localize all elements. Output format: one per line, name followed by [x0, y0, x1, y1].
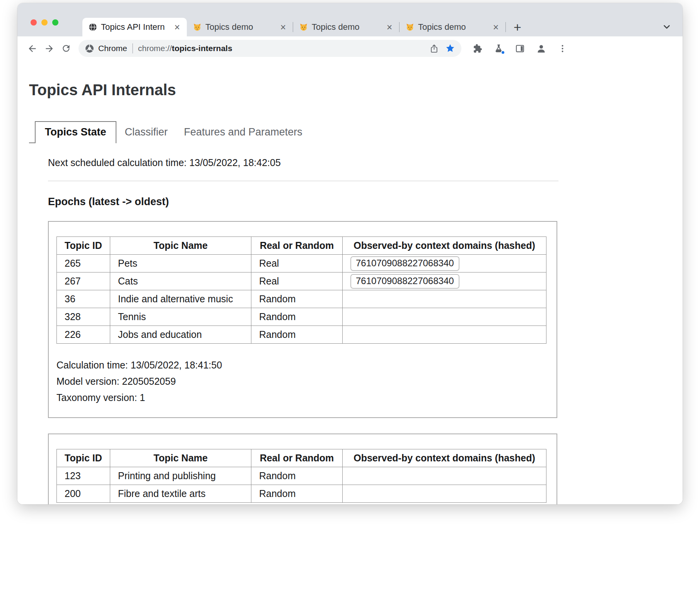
topic-id-cell: 36	[57, 290, 110, 308]
model-version: Model version: 2205052059	[56, 373, 547, 389]
experiments-flask-icon[interactable]	[490, 40, 507, 57]
real-or-random-cell: Random	[251, 485, 343, 503]
next-calculation-time: Next scheduled calculation time: 13/05/2…	[48, 157, 683, 168]
url-host: topics-internals	[172, 44, 232, 53]
extensions-puzzle-icon[interactable]	[469, 40, 485, 57]
observed-domains-cell	[343, 485, 546, 503]
close-window-button[interactable]	[31, 19, 37, 26]
globe-favicon-icon	[89, 23, 97, 31]
observed-domains-cell	[343, 308, 546, 326]
browser-tab-topics-internals[interactable]: Topics API Intern ×	[82, 18, 187, 36]
notification-dot	[501, 50, 505, 55]
tab-classifier[interactable]: Classifier	[117, 121, 176, 143]
topic-id-cell: 123	[57, 467, 110, 485]
page-tab-bar: Topics State Classifier Features and Par…	[29, 121, 683, 143]
share-button[interactable]	[426, 40, 442, 57]
browser-tabs: Topics API Intern × Topics demo ×	[82, 18, 526, 36]
new-tab-button[interactable]: +	[509, 19, 526, 36]
topic-name-cell: Pets	[110, 255, 251, 272]
real-or-random-cell: Real	[251, 272, 343, 290]
zoom-window-button[interactable]	[52, 19, 58, 26]
browser-toolbar: Chrome chrome://topics-internals	[17, 36, 683, 60]
header-topic-name: Topic Name	[110, 449, 251, 467]
table-row: 200 Fibre and textile arts Random	[57, 485, 546, 503]
browser-tab-topics-demo-2[interactable]: Topics demo ×	[293, 18, 399, 36]
tab-title: Topics API Intern	[101, 22, 168, 32]
topic-name-cell: Cats	[110, 272, 251, 290]
header-real-or-random: Real or Random	[251, 449, 343, 467]
epoch-panel-1: Topic ID Topic Name Real or Random Obser…	[48, 221, 557, 418]
browser-tab-topics-demo-3[interactable]: Topics demo ×	[400, 18, 505, 36]
tab-title: Topics demo	[418, 22, 487, 32]
page-title: Topics API Internals	[29, 81, 683, 99]
topic-id-cell: 328	[57, 308, 110, 326]
tab-close-icon[interactable]: ×	[278, 22, 288, 33]
observed-domains-cell	[343, 467, 546, 485]
forward-button[interactable]	[41, 40, 58, 57]
cat-favicon-icon	[406, 23, 414, 31]
observed-domains-cell	[343, 326, 546, 344]
topics-table-1: Topic ID Topic Name Real or Random Obser…	[56, 236, 546, 344]
topic-id-cell: 226	[57, 326, 110, 344]
tab-title: Topics demo	[205, 22, 274, 32]
tab-close-icon[interactable]: ×	[384, 22, 394, 33]
cat-favicon-icon	[193, 23, 201, 31]
real-or-random-cell: Real	[251, 255, 343, 272]
bookmark-star-icon[interactable]	[442, 40, 458, 57]
browser-window: Topics API Intern × Topics demo ×	[17, 3, 683, 504]
topics-table-2: Topic ID Topic Name Real or Random Obser…	[56, 449, 546, 503]
tab-title: Topics demo	[312, 22, 381, 32]
table-header-row: Topic ID Topic Name Real or Random Obser…	[57, 449, 546, 467]
topic-id-cell: 265	[57, 255, 110, 272]
divider	[48, 181, 558, 181]
real-or-random-cell: Random	[251, 308, 343, 326]
observed-domains-cell: 7610709088227068340	[343, 272, 546, 290]
real-or-random-cell: Random	[251, 290, 343, 308]
url-scheme: chrome://	[138, 44, 172, 53]
toolbar-right-icons	[469, 40, 570, 57]
header-topic-id: Topic ID	[57, 237, 110, 255]
table-row: 226 Jobs and education Random	[57, 326, 546, 344]
side-panel-icon[interactable]	[512, 40, 528, 57]
tab-topics-state[interactable]: Topics State	[35, 121, 116, 143]
topic-id-cell: 267	[57, 272, 110, 290]
chrome-logo-icon	[85, 44, 94, 53]
observed-domains-cell: 7610709088227068340	[343, 255, 546, 272]
browser-menu-icon[interactable]	[554, 40, 570, 57]
real-or-random-cell: Random	[251, 467, 343, 485]
observed-domains-cell	[343, 290, 546, 308]
tab-features-and-parameters[interactable]: Features and Parameters	[176, 121, 310, 143]
topic-id-cell: 200	[57, 485, 110, 503]
hashed-domain-chip[interactable]: 7610709088227068340	[350, 256, 459, 271]
tab-close-icon[interactable]: ×	[491, 22, 501, 33]
reload-button[interactable]	[58, 40, 75, 57]
topic-name-cell: Indie and alternative music	[110, 290, 251, 308]
header-real-or-random: Real or Random	[251, 237, 343, 255]
table-row: 123 Printing and publishing Random	[57, 467, 546, 485]
tab-search-chevron-icon[interactable]	[662, 22, 672, 32]
epoch-panel-2: Topic ID Topic Name Real or Random Obser…	[48, 434, 557, 504]
hashed-domain-chip[interactable]: 7610709088227068340	[350, 274, 459, 289]
address-bar[interactable]: Chrome chrome://topics-internals	[79, 40, 461, 57]
browser-tab-topics-demo-1[interactable]: Topics demo ×	[187, 18, 293, 36]
tab-close-icon[interactable]: ×	[172, 22, 182, 33]
header-topic-name: Topic Name	[110, 237, 251, 255]
profile-avatar-icon[interactable]	[533, 40, 549, 57]
traffic-lights	[31, 19, 58, 26]
page-content: Topics API Internals Topics State Classi…	[17, 81, 683, 504]
topic-name-cell: Printing and publishing	[110, 467, 251, 485]
url-text: chrome://topics-internals	[138, 44, 232, 53]
epoch-info: Calculation time: 13/05/2022, 18:41:50 M…	[56, 357, 547, 406]
calculation-time: Calculation time: 13/05/2022, 18:41:50	[56, 357, 547, 373]
table-row: 36 Indie and alternative music Random	[57, 290, 546, 308]
back-button[interactable]	[24, 40, 41, 57]
chrome-label: Chrome	[98, 44, 127, 53]
topic-name-cell: Fibre and textile arts	[110, 485, 251, 503]
table-row: 265 Pets Real 7610709088227068340	[57, 255, 546, 272]
topic-name-cell: Tennis	[110, 308, 251, 326]
minimize-window-button[interactable]	[41, 19, 48, 26]
taxonomy-version: Taxonomy version: 1	[56, 389, 547, 406]
header-observed-domains: Observed-by context domains (hashed)	[343, 449, 546, 467]
real-or-random-cell: Random	[251, 326, 343, 344]
epochs-heading: Epochs (latest -> oldest)	[48, 196, 683, 208]
